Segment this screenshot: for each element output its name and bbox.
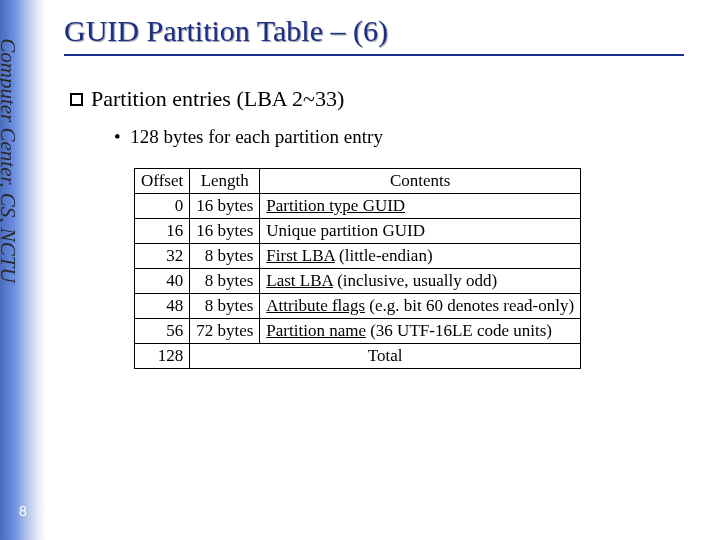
- cell-length: 16 bytes: [190, 194, 260, 219]
- square-bullet-icon: [70, 93, 83, 106]
- title-underline: [64, 54, 684, 56]
- cell-offset: 0: [135, 194, 190, 219]
- cell-contents: Last LBA (inclusive, usually odd): [260, 269, 581, 294]
- cell-length: 8 bytes: [190, 244, 260, 269]
- cell-offset: 56: [135, 319, 190, 344]
- table-row: 32 8 bytes First LBA (little-endian): [135, 244, 581, 269]
- partition-entry-table: Offset Length Contents 0 16 bytes Partit…: [134, 168, 581, 369]
- cell-contents: Partition type GUID: [260, 194, 581, 219]
- table-row: 48 8 bytes Attribute flags (e.g. bit 60 …: [135, 294, 581, 319]
- table-row: 56 72 bytes Partition name (36 UTF-16LE …: [135, 319, 581, 344]
- cell-length: 72 bytes: [190, 319, 260, 344]
- cell-total-offset: 128: [135, 344, 190, 369]
- col-length: Length: [190, 169, 260, 194]
- table-header-row: Offset Length Contents: [135, 169, 581, 194]
- cell-offset: 16: [135, 219, 190, 244]
- cell-contents: Unique partition GUID: [260, 219, 581, 244]
- cell-offset: 32: [135, 244, 190, 269]
- cell-length: 8 bytes: [190, 294, 260, 319]
- table-row: 40 8 bytes Last LBA (inclusive, usually …: [135, 269, 581, 294]
- page-number: 8: [12, 500, 34, 522]
- bullet1-text: Partition entries (LBA 2~33): [91, 86, 344, 111]
- cell-contents: First LBA (little-endian): [260, 244, 581, 269]
- col-contents: Contents: [260, 169, 581, 194]
- bullet-level-1: Partition entries (LBA 2~33): [70, 86, 704, 112]
- cell-contents: Partition name (36 UTF-16LE code units): [260, 319, 581, 344]
- cell-offset: 48: [135, 294, 190, 319]
- content-area: GUID Partition Table – (6) Partition ent…: [64, 14, 704, 369]
- bullet-level-2: • 128 bytes for each partition entry: [114, 126, 704, 148]
- page-title: GUID Partition Table – (6): [64, 14, 704, 48]
- table-total-row: 128 Total: [135, 344, 581, 369]
- table-row: 0 16 bytes Partition type GUID: [135, 194, 581, 219]
- bullet2-text: 128 bytes for each partition entry: [130, 126, 383, 147]
- cell-length: 8 bytes: [190, 269, 260, 294]
- cell-total-label: Total: [190, 344, 581, 369]
- col-offset: Offset: [135, 169, 190, 194]
- side-label: Computer Center, CS, NCTU: [0, 38, 20, 282]
- cell-length: 16 bytes: [190, 219, 260, 244]
- cell-contents: Attribute flags (e.g. bit 60 denotes rea…: [260, 294, 581, 319]
- cell-offset: 40: [135, 269, 190, 294]
- table-row: 16 16 bytes Unique partition GUID: [135, 219, 581, 244]
- slide: Computer Center, CS, NCTU 8 GUID Partiti…: [0, 0, 720, 540]
